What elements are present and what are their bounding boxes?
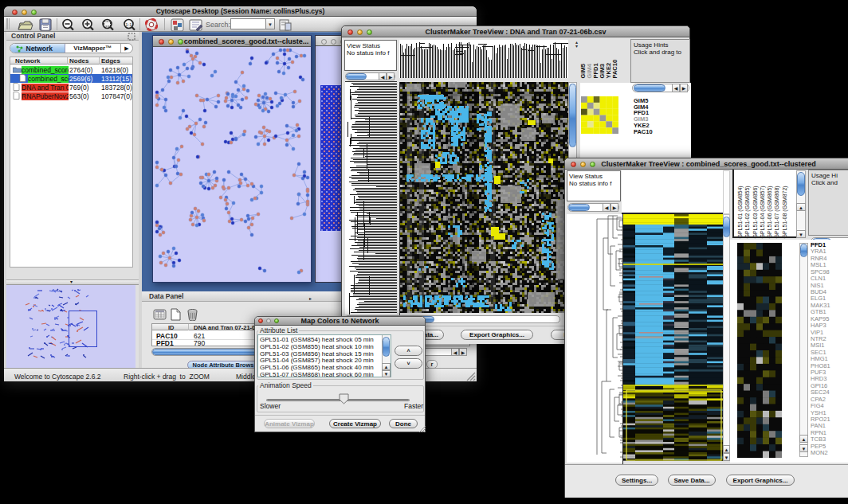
svg-text:1:1: 1:1 (125, 22, 132, 27)
